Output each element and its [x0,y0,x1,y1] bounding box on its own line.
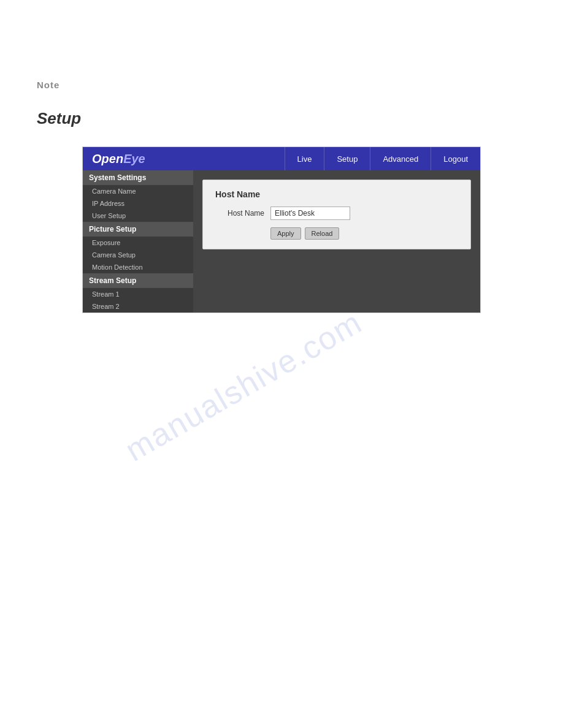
sidebar-section-system: System Settings [83,170,193,185]
sidebar-item-stream2[interactable]: Stream 2 [83,300,193,313]
content-panel: Host Name Host Name Apply Reload [193,170,480,313]
nav-advanced[interactable]: Advanced [370,147,431,170]
reload-button[interactable]: Reload [305,227,340,240]
setup-heading: Setup [37,109,526,128]
sidebar-section-picture: Picture Setup [83,222,193,237]
nav-live[interactable]: Live [285,147,324,170]
screenshot-container: OpenEye Live Setup Advanced Logout Syste… [82,146,481,313]
sidebar-item-exposure[interactable]: Exposure [83,237,193,249]
logo-eye: Eye [123,152,145,165]
apply-button[interactable]: Apply [270,227,301,240]
sidebar-item-stream1[interactable]: Stream 1 [83,288,193,300]
host-name-input[interactable] [270,207,350,220]
host-name-form: Host Name Host Name Apply Reload [202,180,471,249]
form-title: Host Name [215,189,458,199]
logo-open: Open [92,152,123,165]
nav-bar: OpenEye Live Setup Advanced Logout [83,147,480,170]
host-name-row: Host Name [215,207,458,220]
nav-setup[interactable]: Setup [324,147,370,170]
sidebar-item-camera-name[interactable]: Camera Name [83,185,193,197]
main-area: System Settings Camera Name IP Address U… [83,170,480,313]
sidebar-item-motion-detection[interactable]: Motion Detection [83,261,193,273]
app-logo: OpenEye [83,152,285,166]
sidebar: System Settings Camera Name IP Address U… [83,170,193,313]
nav-links: Live Setup Advanced Logout [285,147,480,170]
note-label: Note [37,80,59,90]
form-buttons: Apply Reload [215,227,458,240]
nav-logout[interactable]: Logout [431,147,480,170]
sidebar-item-camera-setup[interactable]: Camera Setup [83,249,193,261]
host-name-label: Host Name [215,209,264,218]
sidebar-section-stream: Stream Setup [83,273,193,288]
sidebar-item-user-setup[interactable]: User Setup [83,210,193,222]
sidebar-item-ip-address[interactable]: IP Address [83,197,193,210]
